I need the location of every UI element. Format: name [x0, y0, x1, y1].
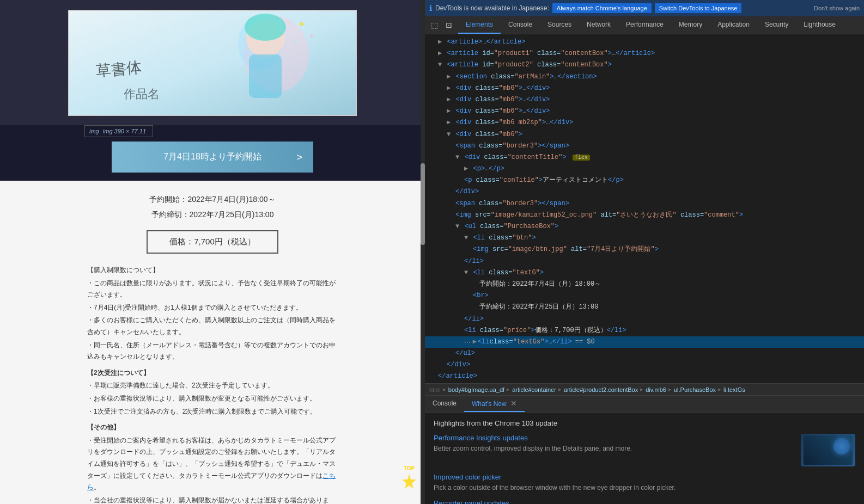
reservation-button[interactable]: 7月4日18時より予約開始: [112, 142, 313, 173]
bottom-content: Highlights from the Chrome 103 update Pe…: [425, 413, 864, 504]
html-tree-row[interactable]: <img src="image/kamiartImg52_oc.png" alt…: [425, 210, 864, 221]
collapse-arrow[interactable]: ▶: [464, 165, 468, 173]
close-whats-new-button[interactable]: ✕: [510, 399, 517, 408]
reservation-btn-area: 7月4日18時より予約開始: [0, 125, 425, 181]
devtools-toolbar: ⬚ ⊡: [425, 16, 458, 34]
info-icon: ℹ: [429, 4, 432, 13]
img-tooltip: img img 390 × 77.11: [84, 125, 153, 137]
html-tree-row[interactable]: 予約開始：2022年7月4日（月）18:00～: [425, 279, 864, 290]
tab-console[interactable]: Console: [501, 16, 540, 34]
update-card-performance: Performance Insights updates Better zoom…: [434, 434, 855, 466]
collapse-arrow[interactable]: ▼: [455, 223, 459, 230]
html-tree-row[interactable]: ▼ <div class="contentTitle"> flex: [425, 152, 864, 163]
breadcrumb-li-textgs[interactable]: li.textGs: [723, 386, 745, 393]
breadcrumb-ul-purchasebox[interactable]: ul.PurchaseBox: [674, 386, 716, 393]
collapse-arrow[interactable]: ▶: [447, 96, 451, 103]
elements-panel[interactable]: ▶ <article>…</article> ▶ <article id="pr…: [425, 34, 864, 383]
inspect-element-button[interactable]: ⬚: [428, 19, 441, 31]
tab-lighthouse[interactable]: Lighthouse: [796, 16, 843, 34]
breadcrumb-article-product2[interactable]: article#product2.contentBox: [564, 386, 638, 393]
update-card-desc-2: Pick a color outside of the browser wind…: [434, 483, 855, 493]
more-options-button[interactable]: ···: [464, 337, 471, 346]
collapse-arrow[interactable]: ▶: [438, 50, 442, 57]
collapse-arrow[interactable]: ▼: [455, 153, 459, 161]
html-tree-row[interactable]: ▶ <div class="mb6">…</div>: [425, 94, 864, 106]
collapse-arrow[interactable]: ▼: [464, 269, 468, 276]
tab-application[interactable]: Application: [710, 16, 757, 34]
collapse-arrow[interactable]: ▶: [447, 107, 451, 115]
html-tree-row[interactable]: <p class="conTitle">アーティストコメント</p>: [425, 175, 864, 186]
html-tree-row[interactable]: ▶ <article>…</article>: [425, 36, 864, 48]
webpage-scrollbar[interactable]: [421, 0, 425, 504]
html-tree-row[interactable]: ▼ <li class="btn">: [425, 232, 864, 244]
app-download-link[interactable]: こちら: [87, 472, 336, 491]
html-tree-row[interactable]: ▶ <p>…</p>: [425, 163, 864, 175]
html-tree-row[interactable]: <li class="price">価格：7,700円（税込）</li>: [425, 325, 864, 336]
tab-performance[interactable]: Performance: [618, 16, 671, 34]
html-tree-row[interactable]: ▼ <article id="product2" class="contentB…: [425, 59, 864, 71]
breadcrumb-body[interactable]: body#bgImage.ua_df: [448, 386, 504, 393]
collapse-arrow[interactable]: ▶: [447, 84, 451, 92]
note-8: ・1次受注でご注文済みの方も、2次受注時に購入制限数までご購入可能です。: [87, 406, 338, 418]
switch-devtools-button[interactable]: Switch DevTools to Japanese: [655, 3, 742, 13]
html-tree-row[interactable]: ▼ <li class="textG">: [425, 267, 864, 279]
devtools-notification-bar: ℹ DevTools is now available in Japanese:…: [425, 0, 864, 16]
collapse-arrow[interactable]: ▶: [447, 119, 451, 126]
tab-network[interactable]: Network: [579, 16, 618, 34]
svg-text:✦: ✦: [298, 20, 305, 29]
note-0: 【購入制限数について】: [87, 265, 338, 276]
html-tree-row[interactable]: <img src="image/btn.jpg" alt="7月4日より予約開始…: [425, 244, 864, 255]
breadcrumb-div-mb6[interactable]: div.mb6: [646, 386, 666, 393]
collapse-arrow[interactable]: ▼: [464, 234, 468, 242]
html-tree-row[interactable]: 予約締切：2022年7月25日（月）13:00: [425, 302, 864, 313]
html-tree-row[interactable]: ▶ <div class="mb6">…</div>: [425, 106, 864, 117]
html-tree-row[interactable]: ▶ <section class="artMain">…</section>: [425, 71, 864, 83]
note-4: ・同一氏名、住所（メールアドレス・電話番号含む）等での複数アカウントでのお申込み…: [87, 340, 338, 363]
html-tree-row[interactable]: ▶ <div class="mb6">…</div>: [425, 83, 864, 94]
svg-marker-11: [402, 474, 416, 489]
html-tree-row[interactable]: ▶ <div class="mb6 mb2sp">…</div>: [425, 117, 864, 128]
svg-text:✦: ✦: [293, 39, 297, 45]
html-tree-row[interactable]: <br>: [425, 290, 864, 302]
html-tree-row[interactable]: ▼ <ul class="PurchaseBox">: [425, 221, 864, 232]
date-end: 予約締切：2022年7月25日(月)13:00: [65, 207, 360, 222]
collapse-arrow[interactable]: ▶: [447, 73, 451, 81]
html-tree-row[interactable]: <span class="border3"></span>: [425, 198, 864, 210]
html-tree-row[interactable]: ▼ <div class="mb6">: [425, 129, 864, 140]
svg-text:作品名: 作品名: [123, 87, 160, 101]
bottom-tab-console[interactable]: Console: [425, 396, 464, 411]
html-tree-row[interactable]: </div>: [425, 359, 864, 371]
dismiss-notification-button[interactable]: Don't show again: [814, 5, 860, 11]
collapse-arrow[interactable]: ▶: [438, 38, 442, 46]
tab-memory[interactable]: Memory: [671, 16, 710, 34]
html-tree-row[interactable]: </ul>: [425, 348, 864, 359]
html-tree-row[interactable]: ▶ <article id="product1" class="contentB…: [425, 48, 864, 59]
html-tree-row-selected[interactable]: ··· ▶ <li class="textGs">…</li> == $0: [425, 336, 864, 348]
tab-sources[interactable]: Sources: [540, 16, 579, 34]
html-tree-row[interactable]: </li>: [425, 314, 864, 325]
html-tree-row[interactable]: </div>: [425, 186, 864, 198]
html-tree-row[interactable]: </li>: [425, 256, 864, 267]
match-language-button[interactable]: Always match Chrome's language: [552, 3, 652, 13]
note-1: ・この商品は数量に限りがあります。状況により、予告なく受注早期終了の可能性がござ…: [87, 278, 338, 301]
html-tree-row[interactable]: </article>: [425, 371, 864, 382]
collapse-arrow[interactable]: ▶: [473, 337, 477, 347]
tab-security[interactable]: Security: [757, 16, 796, 34]
collapse-arrow[interactable]: ▼: [438, 61, 442, 69]
html-tree-row[interactable]: <span class="border3"></span>: [425, 140, 864, 152]
tab-elements[interactable]: Elements: [458, 16, 501, 34]
device-toolbar-button[interactable]: ⊡: [443, 19, 455, 31]
star-decoration-icon: [398, 471, 420, 493]
bottom-tab-whats-new[interactable]: What's New ✕: [464, 396, 525, 412]
update-card-title[interactable]: Performance Insights updates: [434, 434, 794, 442]
breadcrumb-article-container[interactable]: article#container: [512, 386, 556, 393]
breadcrumb-bar: html ▸ body#bgImage.ua_df ▸ article#cont…: [425, 383, 864, 395]
tooltip-dimensions: img 390 × 77.11: [103, 128, 146, 134]
update-card-title-2[interactable]: Improved color picker: [434, 473, 855, 481]
update-card-text: Performance Insights updates Better zoom…: [434, 434, 794, 466]
webpage-content: 草書体 作品名 ✦ ✦ ✦ img img 390 × 77.11 7月4日18…: [0, 0, 425, 504]
collapse-arrow[interactable]: ▼: [447, 131, 451, 138]
update-card-title-3[interactable]: Recorder panel updates: [434, 499, 855, 504]
webpage-scrollbar-thumb[interactable]: [421, 163, 425, 245]
product-notes: 【購入制限数について】 ・この商品は数量に限りがあります。状況により、予告なく受…: [65, 265, 360, 504]
